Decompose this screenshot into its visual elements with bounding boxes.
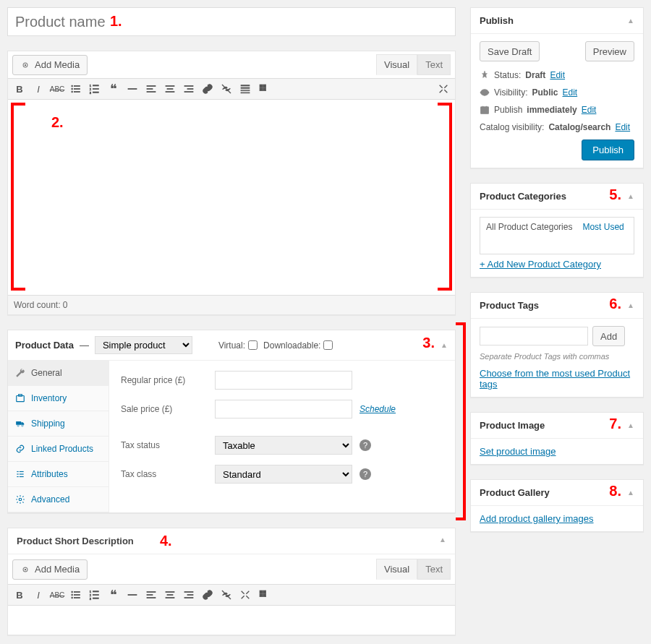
svg-rect-39 — [20, 471, 24, 472]
inventory-icon — [15, 393, 25, 403]
edit-catalog-link[interactable]: Edit — [615, 122, 630, 132]
panel-toggle[interactable]: ▲ — [627, 301, 634, 309]
panel-toggle[interactable]: ▲ — [627, 17, 634, 25]
align-center-button[interactable] — [161, 80, 179, 98]
tab-visual[interactable]: Visual — [376, 54, 417, 75]
link-button[interactable] — [199, 80, 216, 98]
editor-content[interactable]: 2. — [8, 100, 455, 295]
tax-status-label: Tax status — [121, 440, 208, 450]
svg-rect-41 — [20, 473, 24, 474]
annotation-5: 5. — [609, 186, 621, 203]
panel-toggle[interactable]: ▲ — [627, 192, 634, 200]
fullscreen-button[interactable] — [435, 80, 452, 98]
panel-toggle[interactable]: ▲ — [627, 489, 634, 497]
align-left-button[interactable] — [142, 80, 160, 98]
schedule-link[interactable]: Schedule — [359, 404, 396, 414]
tab-visual-2[interactable]: Visual — [376, 559, 417, 580]
svg-rect-22 — [187, 88, 193, 89]
sale-price-label: Sale price (£) — [121, 404, 208, 414]
align-right-button[interactable] — [180, 586, 197, 604]
align-right-button[interactable] — [180, 80, 197, 98]
bold-button[interactable]: B — [11, 80, 28, 98]
unlink-button[interactable] — [218, 586, 235, 604]
add-media-label-2: Add Media — [35, 564, 80, 575]
bold-button[interactable]: B — [11, 586, 28, 604]
choose-tags-link[interactable]: Choose from the most used Product tags — [480, 368, 630, 390]
strike-button[interactable]: ABC — [48, 586, 66, 604]
ul-button[interactable] — [67, 586, 85, 604]
tab-text-2[interactable]: Text — [417, 559, 451, 580]
svg-rect-13 — [93, 92, 98, 93]
pd-tab-shipping[interactable]: Shipping — [8, 411, 109, 437]
toolbar-toggle-button[interactable] — [255, 80, 273, 98]
add-category-link[interactable]: + Add New Product Category — [480, 259, 601, 270]
edit-visibility-link[interactable]: Edit — [562, 87, 577, 98]
downloadable-checkbox[interactable] — [323, 340, 333, 350]
pd-tab-linked[interactable]: Linked Products — [8, 437, 109, 462]
pd-tab-inventory[interactable]: Inventory — [8, 386, 109, 411]
align-left-button[interactable] — [142, 586, 160, 604]
help-icon[interactable]: ? — [359, 439, 371, 451]
toolbar-toggle-button[interactable] — [255, 586, 273, 604]
product-name-input[interactable] — [7, 7, 456, 36]
save-draft-button[interactable]: Save Draft — [480, 41, 540, 61]
add-media-button[interactable]: Add Media — [12, 55, 88, 75]
hr-button[interactable] — [124, 586, 141, 604]
add-gallery-link[interactable]: Add product gallery images — [480, 513, 594, 524]
tab-most-used[interactable]: Most Used — [582, 222, 624, 232]
product-image-panel: Product Image▲ 7. Set product image — [470, 412, 644, 465]
tag-input[interactable] — [480, 327, 588, 345]
link-button[interactable] — [199, 586, 216, 604]
svg-rect-7 — [74, 91, 80, 92]
svg-rect-35 — [16, 421, 21, 425]
short-desc-editor[interactable] — [8, 606, 455, 635]
sale-price-input[interactable] — [215, 400, 352, 418]
more-button[interactable] — [237, 80, 254, 98]
gallery-heading: Product Gallery — [480, 487, 550, 498]
panel-toggle[interactable]: ▲ — [441, 341, 448, 349]
annotation-bracket-left — [11, 103, 25, 291]
virtual-checkbox[interactable] — [248, 340, 258, 350]
tab-all-categories[interactable]: All Product Categories — [486, 222, 572, 232]
italic-button[interactable]: I — [30, 80, 47, 98]
svg-rect-33 — [17, 396, 25, 402]
ul-button[interactable] — [67, 80, 85, 98]
edit-status-link[interactable]: Edit — [550, 70, 565, 80]
svg-point-47 — [72, 591, 73, 593]
product-type-select[interactable]: Simple product — [95, 336, 192, 354]
publish-button[interactable]: Publish — [582, 139, 634, 160]
tags-panel: Product Tags▲ 6. Add Separate Product Ta… — [470, 292, 644, 398]
pin-icon — [480, 70, 490, 80]
italic-button[interactable]: I — [30, 586, 47, 604]
panel-toggle[interactable]: ▲ — [627, 421, 634, 429]
help-icon[interactable]: ? — [359, 468, 371, 480]
regular-price-input[interactable] — [215, 371, 352, 390]
align-center-button[interactable] — [161, 586, 179, 604]
add-media-button-2[interactable]: Add Media — [12, 559, 88, 580]
pd-tab-general[interactable]: General — [8, 361, 109, 386]
pd-tab-attributes[interactable]: Attributes — [8, 462, 109, 487]
quote-button[interactable]: ❝ — [105, 586, 122, 604]
svg-rect-19 — [167, 88, 173, 89]
strike-button[interactable]: ABC — [48, 80, 66, 98]
tax-status-select[interactable]: Taxable — [215, 436, 352, 455]
ol-button[interactable]: 123 — [86, 586, 103, 604]
pd-tab-advanced[interactable]: Advanced — [8, 487, 109, 512]
list-icon — [15, 469, 25, 479]
unlink-button[interactable] — [218, 80, 235, 98]
description-editor: Add Media Visual Text B I ABC 123 ❝ — [7, 51, 456, 315]
tab-text[interactable]: Text — [417, 54, 451, 75]
tags-heading: Product Tags — [480, 300, 539, 311]
add-tag-button[interactable]: Add — [592, 326, 625, 346]
svg-rect-61 — [147, 594, 153, 595]
panel-toggle[interactable]: ▲ — [439, 536, 446, 546]
edit-schedule-link[interactable]: Edit — [582, 105, 597, 115]
hr-button[interactable] — [124, 80, 141, 98]
tax-class-select[interactable]: Standard — [215, 465, 352, 484]
fullscreen-button[interactable] — [237, 586, 254, 604]
ol-button[interactable]: 123 — [86, 80, 103, 98]
preview-button[interactable]: Preview — [585, 41, 634, 61]
set-image-link[interactable]: Set product image — [480, 446, 556, 457]
quote-button[interactable]: ❝ — [105, 80, 122, 98]
svg-rect-73 — [263, 594, 266, 597]
